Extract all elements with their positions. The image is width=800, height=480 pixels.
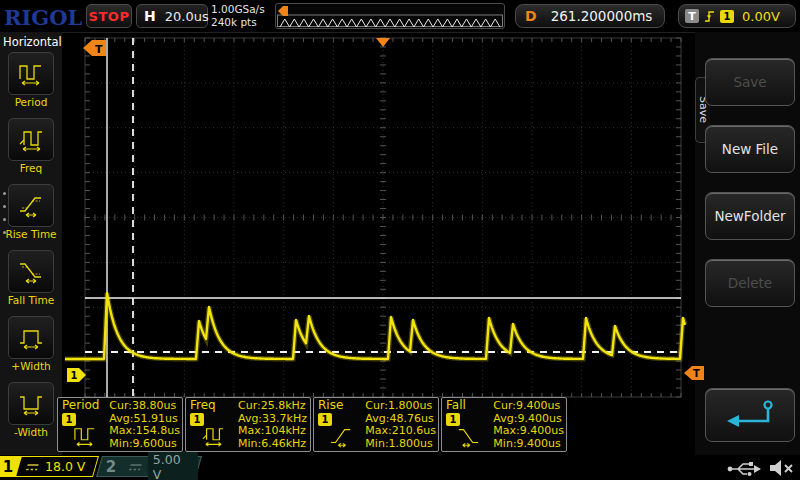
ch1-trace (65, 293, 685, 359)
measurement-row: Period 1 Cur:38.80us Avg:51.91us Max:154… (57, 397, 567, 452)
new-folder-button[interactable]: NewFolder (705, 192, 795, 240)
oscilloscope-screen: RIGOL STOP H 20.0us 1.00GSa/s 240k pts D… (0, 0, 800, 480)
menu-title: Horizontal (0, 32, 62, 50)
memory-wave (280, 19, 500, 27)
memory-waveform-preview (276, 4, 504, 28)
trigger-level-value: 0.00V (742, 9, 780, 24)
delete-button[interactable]: Delete (705, 259, 795, 307)
speaker-muted-icon (768, 457, 794, 479)
plus-width-icon (18, 326, 44, 350)
channel-1-scale: 18.0 V (45, 459, 85, 474)
menu-page-dots (3, 192, 6, 234)
new-file-button[interactable]: New File (705, 125, 795, 173)
fall-time-icon (18, 260, 44, 284)
trigger-offscreen-left-marker (83, 40, 106, 56)
usb-icon (726, 457, 762, 479)
rise-time-icon (18, 194, 44, 218)
menu-item-plus-width[interactable]: +Width (0, 314, 62, 380)
channel-2-badge: 2 (97, 457, 124, 476)
trigger-source-badge: 1 (720, 10, 734, 23)
timebase-box[interactable]: H 20.0us (136, 4, 208, 28)
dc-coupling-icon (24, 461, 40, 473)
channel-badge: 1 (446, 413, 460, 426)
freq-icon (18, 128, 44, 152)
return-button[interactable] (705, 388, 795, 442)
channel-1-badge: 1 (0, 457, 22, 476)
trigger-box[interactable]: T 1 0.00V (678, 4, 796, 28)
rise-icon (326, 426, 356, 448)
timebase-value: 20.0us (165, 9, 209, 24)
menu-item-rise-time[interactable]: Rise Time (0, 182, 62, 248)
memory-depth: 240k pts (211, 16, 265, 29)
rigol-logo: RIGOL (4, 5, 82, 30)
delay-label: D (525, 8, 537, 24)
svg-text:T: T (95, 43, 103, 56)
return-arrow-icon (720, 398, 780, 432)
trigger-position-marker (376, 38, 390, 47)
period-icon (70, 426, 100, 448)
trigger-label: T (685, 9, 699, 23)
measurement-panel-freq: Freq 1 Cur:25.8kHz Avg:33.7kHz Max:104kH… (185, 397, 311, 452)
acquisition-info: 1.00GSa/s 240k pts (211, 3, 265, 29)
minus-width-icon (18, 392, 44, 416)
sample-rate: 1.00GSa/s (211, 3, 265, 16)
channel-2-scale: 5.00 V (148, 451, 198, 480)
freq-icon (198, 426, 228, 448)
run-state-label: STOP (89, 9, 130, 24)
status-tray (726, 457, 794, 479)
delay-box[interactable]: D 261.200000ms (515, 4, 665, 28)
memory-position-strip (275, 3, 505, 29)
channel-badge: 1 (62, 413, 76, 426)
delay-value: 261.200000ms (551, 8, 653, 24)
rising-edge-icon (704, 9, 715, 24)
top-status-bar: RIGOL STOP H 20.0us 1.00GSa/s 240k pts D… (0, 0, 800, 33)
channel-1-status[interactable]: 1 18.0 V (0, 456, 99, 477)
measurement-panel-rise: Rise 1 Cur:1.800us Avg:48.76us Max:210.6… (313, 397, 439, 452)
measurement-panel-period: Period 1 Cur:38.80us Avg:51.91us Max:154… (57, 397, 183, 452)
channel-2-status[interactable]: 2 5.00 V (96, 456, 202, 477)
menu-item-fall-time[interactable]: Fall Time (0, 248, 62, 314)
menu-item-minus-width[interactable]: -Width (0, 380, 62, 446)
left-soft-menu: Horizontal Period Freq Rise Time (0, 32, 62, 455)
ch1-ground-marker (67, 368, 86, 382)
channel-badge: 1 (318, 413, 332, 426)
waveform-display: TT1 (65, 36, 705, 398)
run-state-badge[interactable]: STOP (86, 4, 132, 28)
dc-coupling-icon (127, 461, 143, 473)
save-button[interactable]: Save (705, 58, 795, 106)
measurement-panel-fall: Fall 1 Cur:9.400us Avg:9.400us Max:9.400… (441, 397, 567, 452)
menu-item-freq[interactable]: Freq (0, 116, 62, 182)
svg-text:1: 1 (71, 370, 78, 381)
fall-icon (454, 426, 484, 448)
horizontal-label: H (144, 8, 156, 24)
channel-status-bar: 1 18.0 V 2 5.00 V (0, 455, 800, 480)
period-icon (18, 62, 44, 86)
menu-item-period[interactable]: Period (0, 50, 62, 116)
graticule-border (85, 38, 681, 397)
right-soft-menu: Save Save New File NewFolder Delete (695, 32, 800, 455)
channel-badge: 1 (190, 413, 204, 426)
